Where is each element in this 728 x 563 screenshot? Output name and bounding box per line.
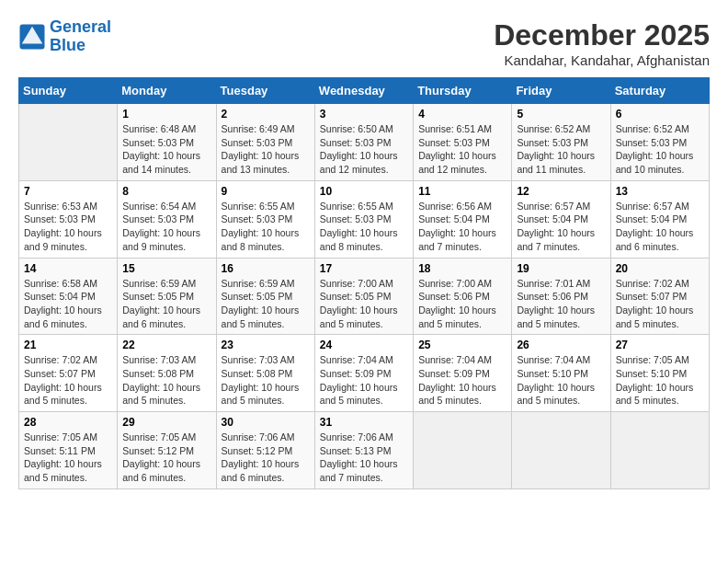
calendar-table: SundayMondayTuesdayWednesdayThursdayFrid… (18, 77, 710, 489)
day-info: Sunrise: 7:00 AM Sunset: 5:05 PM Dayligh… (320, 277, 408, 331)
day-info: Sunrise: 6:57 AM Sunset: 5:04 PM Dayligh… (517, 200, 605, 254)
calendar-cell: 30Sunrise: 7:06 AM Sunset: 5:12 PM Dayli… (216, 412, 314, 489)
weekday-header-tuesday: Tuesday (216, 78, 314, 104)
calendar-cell (414, 412, 512, 489)
calendar-cell: 20Sunrise: 7:02 AM Sunset: 5:07 PM Dayli… (610, 258, 709, 335)
calendar-cell (19, 104, 118, 181)
weekday-header-thursday: Thursday (414, 78, 512, 104)
title-block: December 2025 Kandahar, Kandahar, Afghan… (494, 18, 710, 68)
day-info: Sunrise: 6:58 AM Sunset: 5:04 PM Dayligh… (24, 277, 112, 331)
day-info: Sunrise: 7:02 AM Sunset: 5:07 PM Dayligh… (24, 353, 112, 408)
day-info: Sunrise: 6:55 AM Sunset: 5:03 PM Dayligh… (222, 200, 310, 254)
weekday-header-saturday: Saturday (610, 78, 709, 104)
day-info: Sunrise: 7:05 AM Sunset: 5:11 PM Dayligh… (24, 431, 112, 485)
calendar-cell: 24Sunrise: 7:04 AM Sunset: 5:09 PM Dayli… (314, 335, 413, 412)
calendar-cell: 13Sunrise: 6:57 AM Sunset: 5:04 PM Dayli… (610, 180, 709, 258)
day-number: 22 (122, 339, 210, 351)
day-info: Sunrise: 6:57 AM Sunset: 5:04 PM Dayligh… (616, 200, 704, 254)
day-info: Sunrise: 6:53 AM Sunset: 5:03 PM Dayligh… (24, 200, 112, 254)
calendar-cell: 18Sunrise: 7:00 AM Sunset: 5:06 PM Dayli… (414, 258, 512, 335)
calendar-week-1: 1Sunrise: 6:48 AM Sunset: 5:03 PM Daylig… (19, 104, 710, 181)
day-number: 6 (616, 108, 704, 121)
day-info: Sunrise: 7:04 AM Sunset: 5:09 PM Dayligh… (418, 353, 506, 408)
calendar-week-2: 7Sunrise: 6:53 AM Sunset: 5:03 PM Daylig… (19, 180, 710, 258)
calendar-cell (610, 412, 709, 489)
day-info: Sunrise: 6:52 AM Sunset: 5:03 PM Dayligh… (616, 122, 704, 177)
weekday-header-row: SundayMondayTuesdayWednesdayThursdayFrid… (19, 78, 710, 104)
day-number: 4 (418, 108, 506, 121)
day-number: 11 (418, 185, 506, 198)
day-info: Sunrise: 6:51 AM Sunset: 5:03 PM Dayligh… (418, 122, 506, 177)
day-info: Sunrise: 6:59 AM Sunset: 5:05 PM Dayligh… (122, 277, 210, 331)
day-number: 14 (24, 262, 112, 275)
location: Kandahar, Kandahar, Afghanistan (494, 52, 710, 68)
day-number: 9 (222, 185, 310, 198)
calendar-cell: 22Sunrise: 7:03 AM Sunset: 5:08 PM Dayli… (118, 335, 216, 412)
calendar-week-5: 28Sunrise: 7:05 AM Sunset: 5:11 PM Dayli… (19, 412, 710, 489)
day-info: Sunrise: 6:54 AM Sunset: 5:03 PM Dayligh… (122, 200, 210, 254)
day-number: 13 (616, 185, 704, 198)
calendar-week-4: 21Sunrise: 7:02 AM Sunset: 5:07 PM Dayli… (19, 335, 710, 412)
month-title: December 2025 (494, 18, 710, 52)
day-number: 19 (517, 262, 605, 275)
day-info: Sunrise: 6:52 AM Sunset: 5:03 PM Dayligh… (517, 122, 605, 177)
calendar-cell: 17Sunrise: 7:00 AM Sunset: 5:05 PM Dayli… (314, 258, 413, 335)
calendar-cell: 11Sunrise: 6:56 AM Sunset: 5:04 PM Dayli… (414, 180, 512, 258)
day-number: 18 (418, 262, 506, 275)
calendar-cell: 4Sunrise: 6:51 AM Sunset: 5:03 PM Daylig… (414, 104, 512, 181)
day-info: Sunrise: 6:48 AM Sunset: 5:03 PM Dayligh… (122, 122, 210, 177)
calendar-cell: 9Sunrise: 6:55 AM Sunset: 5:03 PM Daylig… (216, 180, 314, 258)
calendar-cell: 28Sunrise: 7:05 AM Sunset: 5:11 PM Dayli… (19, 412, 118, 489)
day-info: Sunrise: 7:05 AM Sunset: 5:10 PM Dayligh… (616, 353, 704, 408)
calendar-cell: 6Sunrise: 6:52 AM Sunset: 5:03 PM Daylig… (610, 104, 709, 181)
day-number: 24 (320, 339, 408, 351)
day-info: Sunrise: 7:04 AM Sunset: 5:10 PM Dayligh… (517, 353, 605, 408)
day-number: 26 (517, 339, 605, 351)
day-number: 17 (320, 262, 408, 275)
day-number: 16 (222, 262, 310, 275)
day-number: 27 (616, 339, 704, 351)
calendar-week-3: 14Sunrise: 6:58 AM Sunset: 5:04 PM Dayli… (19, 258, 710, 335)
calendar-cell: 10Sunrise: 6:55 AM Sunset: 5:03 PM Dayli… (314, 180, 413, 258)
day-number: 28 (24, 416, 112, 429)
day-info: Sunrise: 7:06 AM Sunset: 5:13 PM Dayligh… (320, 431, 408, 485)
day-info: Sunrise: 6:55 AM Sunset: 5:03 PM Dayligh… (320, 200, 408, 254)
calendar-cell: 23Sunrise: 7:03 AM Sunset: 5:08 PM Dayli… (216, 335, 314, 412)
day-info: Sunrise: 6:59 AM Sunset: 5:05 PM Dayligh… (222, 277, 310, 331)
day-info: Sunrise: 7:05 AM Sunset: 5:12 PM Dayligh… (122, 431, 210, 485)
day-number: 12 (517, 185, 605, 198)
day-info: Sunrise: 7:04 AM Sunset: 5:09 PM Dayligh… (320, 353, 408, 408)
page-header: General Blue December 2025 Kandahar, Kan… (18, 18, 710, 68)
calendar-cell: 15Sunrise: 6:59 AM Sunset: 5:05 PM Dayli… (118, 258, 216, 335)
calendar-cell: 26Sunrise: 7:04 AM Sunset: 5:10 PM Dayli… (512, 335, 610, 412)
day-number: 23 (222, 339, 310, 351)
day-number: 21 (24, 339, 112, 351)
day-info: Sunrise: 7:02 AM Sunset: 5:07 PM Dayligh… (616, 277, 704, 331)
day-info: Sunrise: 6:56 AM Sunset: 5:04 PM Dayligh… (418, 200, 506, 254)
day-number: 7 (24, 185, 112, 198)
day-number: 30 (222, 416, 310, 429)
day-number: 5 (517, 108, 605, 121)
day-info: Sunrise: 7:01 AM Sunset: 5:06 PM Dayligh… (517, 277, 605, 331)
day-number: 1 (122, 108, 210, 121)
calendar-cell: 19Sunrise: 7:01 AM Sunset: 5:06 PM Dayli… (512, 258, 610, 335)
weekday-header-friday: Friday (512, 78, 610, 104)
weekday-header-sunday: Sunday (19, 78, 118, 104)
calendar-cell: 16Sunrise: 6:59 AM Sunset: 5:05 PM Dayli… (216, 258, 314, 335)
calendar-cell: 21Sunrise: 7:02 AM Sunset: 5:07 PM Dayli… (19, 335, 118, 412)
logo-line2: Blue (50, 36, 85, 54)
day-info: Sunrise: 6:49 AM Sunset: 5:03 PM Dayligh… (222, 122, 310, 177)
calendar-cell: 7Sunrise: 6:53 AM Sunset: 5:03 PM Daylig… (19, 180, 118, 258)
day-number: 25 (418, 339, 506, 351)
calendar-cell: 3Sunrise: 6:50 AM Sunset: 5:03 PM Daylig… (314, 104, 413, 181)
day-number: 31 (320, 416, 408, 429)
calendar-cell: 8Sunrise: 6:54 AM Sunset: 5:03 PM Daylig… (118, 180, 216, 258)
logo: General Blue (18, 18, 111, 55)
calendar-cell: 5Sunrise: 6:52 AM Sunset: 5:03 PM Daylig… (512, 104, 610, 181)
logo-line1: General (50, 17, 111, 36)
day-number: 3 (320, 108, 408, 121)
calendar-cell: 1Sunrise: 6:48 AM Sunset: 5:03 PM Daylig… (118, 104, 216, 181)
weekday-header-wednesday: Wednesday (314, 78, 413, 104)
day-number: 10 (320, 185, 408, 198)
day-info: Sunrise: 6:50 AM Sunset: 5:03 PM Dayligh… (320, 122, 408, 177)
